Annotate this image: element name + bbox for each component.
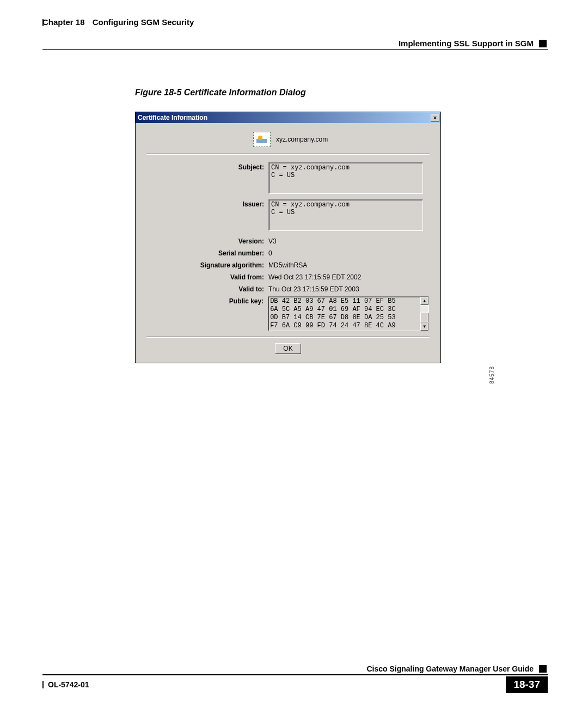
page-footer: Cisco Signaling Gateway Manager User Gui… bbox=[42, 664, 548, 693]
dialog-titlebar: Certificate Information × bbox=[136, 112, 440, 123]
arrow-up-icon: ▲ bbox=[422, 298, 427, 303]
validto-value: Thu Oct 23 17:15:59 EDT 2003 bbox=[268, 284, 359, 293]
certificate-fields: Subject: CN = xyz.company.com C = US Iss… bbox=[146, 162, 430, 331]
subject-row: Subject: CN = xyz.company.com C = US bbox=[146, 162, 430, 194]
ok-row: OK bbox=[146, 343, 430, 354]
certificate-dialog: Certificate Information × xyz.company.co… bbox=[135, 112, 441, 363]
svg-rect-0 bbox=[256, 139, 267, 143]
publickey-label: Public key: bbox=[146, 296, 268, 305]
dialog-body: xyz.company.com Subject: CN = xyz.compan… bbox=[136, 123, 440, 363]
certificate-icon bbox=[253, 132, 271, 147]
issuer-row: Issuer: CN = xyz.company.com C = US bbox=[146, 199, 430, 231]
footer-marker-square bbox=[539, 665, 547, 673]
issuer-value[interactable]: CN = xyz.company.com C = US bbox=[268, 199, 423, 231]
dialog-title: Certificate Information bbox=[138, 114, 207, 121]
subject-label: Subject: bbox=[146, 162, 268, 171]
publickey-scrollbar[interactable]: ▲ ▼ bbox=[420, 296, 429, 331]
arrow-down-icon: ▼ bbox=[422, 324, 427, 329]
certificate-host-row: xyz.company.com bbox=[253, 132, 430, 147]
doc-id-row: OL-5742-01 bbox=[42, 680, 89, 689]
subject-value[interactable]: CN = xyz.company.com C = US bbox=[268, 162, 423, 194]
close-button[interactable]: × bbox=[431, 114, 439, 122]
validto-label: Valid to: bbox=[146, 284, 268, 293]
footer-bar-left bbox=[42, 681, 44, 688]
scroll-down-button[interactable]: ▼ bbox=[420, 322, 428, 331]
page-number: 18-37 bbox=[506, 676, 548, 693]
issuer-label: Issuer: bbox=[146, 199, 268, 208]
serial-value: 0 bbox=[268, 248, 272, 257]
ok-button[interactable]: OK bbox=[275, 343, 301, 354]
footer-guide-text: Cisco Signaling Gateway Manager User Gui… bbox=[366, 664, 534, 673]
chapter-title: Configuring SGM Security bbox=[93, 17, 194, 27]
figure-area: Figure 18-5 Certificate Information Dial… bbox=[135, 88, 494, 363]
header-bar-left bbox=[42, 19, 44, 26]
publickey-wrap: DB 42 B2 03 67 A8 E5 11 07 EF B5 6A 5C A… bbox=[268, 296, 430, 331]
publickey-row: Public key: DB 42 B2 03 67 A8 E5 11 07 E… bbox=[146, 296, 430, 331]
page-header: Chapter 18 Configuring SGM Security bbox=[42, 17, 548, 27]
sigalg-row: Signature algorithm: MD5withRSA bbox=[146, 260, 430, 269]
header-rule bbox=[42, 49, 548, 50]
scroll-up-button[interactable]: ▲ bbox=[420, 297, 428, 305]
certificate-host: xyz.company.com bbox=[276, 136, 328, 143]
scroll-track[interactable] bbox=[420, 305, 428, 322]
dialog-separator-bottom bbox=[146, 337, 430, 338]
footer-rule bbox=[42, 674, 548, 675]
publickey-value[interactable]: DB 42 B2 03 67 A8 E5 11 07 EF B5 6A 5C A… bbox=[268, 296, 420, 331]
footer-bottom: OL-5742-01 18-37 bbox=[42, 676, 548, 693]
section-title: Implementing SSL Support in SGM bbox=[399, 39, 534, 48]
validfrom-value: Wed Oct 23 17:15:59 EDT 2002 bbox=[268, 272, 361, 281]
svg-point-1 bbox=[258, 136, 262, 140]
chapter-number: Chapter 18 bbox=[42, 17, 85, 27]
scroll-thumb[interactable] bbox=[420, 313, 428, 322]
dialog-separator-top bbox=[146, 154, 430, 155]
footer-guide-row: Cisco Signaling Gateway Manager User Gui… bbox=[42, 664, 548, 673]
validfrom-row: Valid from: Wed Oct 23 17:15:59 EDT 2002 bbox=[146, 272, 430, 281]
doc-id: OL-5742-01 bbox=[48, 680, 89, 689]
chapter-line: Chapter 18 Configuring SGM Security bbox=[42, 17, 194, 27]
close-icon: × bbox=[433, 115, 437, 121]
version-label: Version: bbox=[146, 236, 268, 245]
version-value: V3 bbox=[268, 236, 277, 245]
version-row: Version: V3 bbox=[146, 236, 430, 245]
section-header-right: Implementing SSL Support in SGM bbox=[42, 39, 547, 48]
sigalg-value: MD5withRSA bbox=[268, 260, 307, 269]
validfrom-label: Valid from: bbox=[146, 272, 268, 281]
section-marker-square bbox=[539, 40, 547, 47]
figure-id-vertical: 84578 bbox=[489, 366, 495, 384]
figure-caption: Figure 18-5 Certificate Information Dial… bbox=[135, 88, 494, 97]
serial-row: Serial number: 0 bbox=[146, 248, 430, 257]
validto-row: Valid to: Thu Oct 23 17:15:59 EDT 2003 bbox=[146, 284, 430, 293]
serial-label: Serial number: bbox=[146, 248, 268, 257]
sigalg-label: Signature algorithm: bbox=[146, 260, 268, 269]
